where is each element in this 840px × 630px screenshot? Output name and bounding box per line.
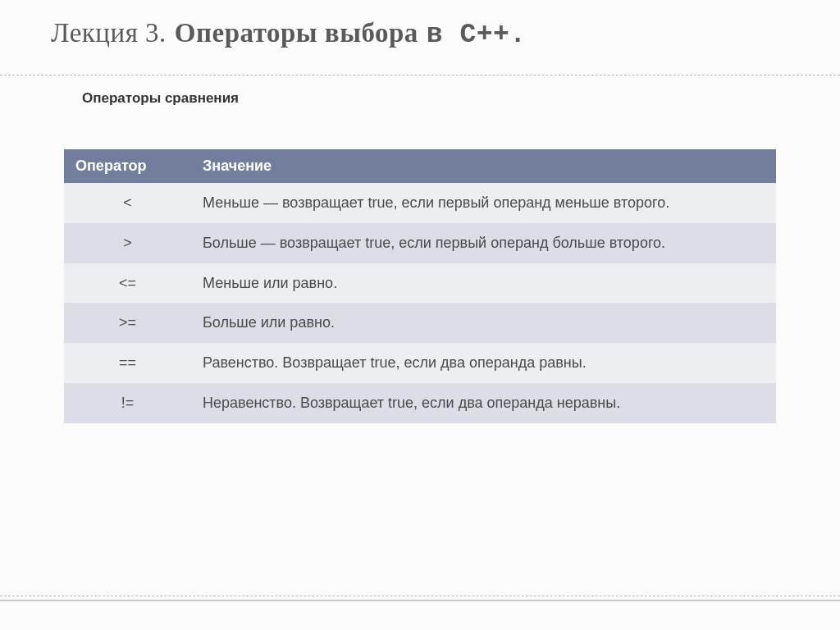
table-row: == Равенство. Возвращает true, если два … (64, 343, 776, 383)
val-cell: Меньше — возвращает true, если первый оп… (191, 183, 776, 223)
val-cell: Неравенство. Возвращает true, если два о… (191, 383, 776, 423)
table-row: > Больше — возвращает true, если первый … (64, 223, 776, 263)
title-mono: в С++. (427, 20, 527, 50)
col-header-operator: Оператор (64, 149, 191, 183)
col-header-value: Значение (191, 149, 776, 183)
title-lecture: Лекция 3. (51, 18, 167, 48)
op-cell: != (64, 383, 191, 423)
operators-table-container: Оператор Значение < Меньше — возвращает … (64, 149, 776, 423)
table-row: >= Больше или равно. (64, 303, 776, 343)
subtitle: Операторы сравнения (0, 75, 840, 107)
val-cell: Больше — возвращает true, если первый оп… (191, 223, 776, 263)
op-cell: > (64, 223, 191, 263)
op-cell: <= (64, 263, 191, 304)
footer-divider (0, 596, 840, 604)
val-cell: Меньше или равно. (191, 263, 776, 304)
operators-table: Оператор Значение < Меньше — возвращает … (64, 149, 776, 423)
table-row: < Меньше — возвращает true, если первый … (64, 183, 776, 223)
val-cell: Равенство. Возвращает true, если два опе… (191, 343, 776, 383)
op-cell: < (64, 183, 191, 223)
table-row: != Неравенство. Возвращает true, если дв… (64, 383, 776, 423)
table-row: <= Меньше или равно. (64, 263, 776, 304)
title-bold: Операторы выбора (175, 18, 418, 48)
page-title: Лекция 3. Операторы выбора в С++. (0, 0, 840, 50)
table-header-row: Оператор Значение (64, 149, 776, 183)
val-cell: Больше или равно. (191, 303, 776, 343)
op-cell: == (64, 343, 191, 383)
op-cell: >= (64, 303, 191, 343)
